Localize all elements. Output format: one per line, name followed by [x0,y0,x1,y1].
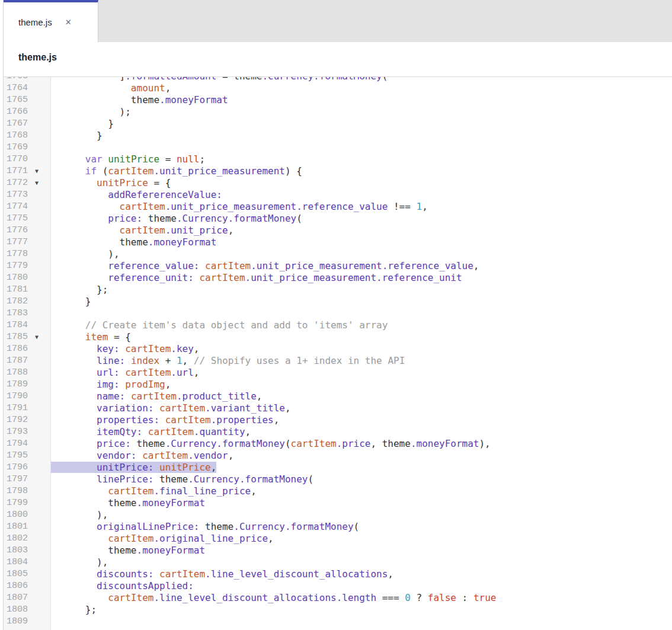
code-line[interactable]: } [51,296,672,308]
code-row[interactable]: 1794 price: theme.Currency.formatMoney(c… [4,438,672,450]
code-row[interactable]: 1801 originalLinePrice: theme.Currency.f… [4,521,672,533]
code-line[interactable]: theme.moneyFormat [51,497,672,509]
code-line[interactable]: unitPrice = { [51,177,672,189]
code-row[interactable]: 1796 unitPrice: unitPrice, [4,462,672,474]
code-line[interactable]: theme.moneyFormat [51,236,672,248]
code-line[interactable]: price: theme.Currency.formatMoney( [51,213,672,225]
code-line[interactable]: ), [51,248,672,260]
code-row[interactable]: 1808 }; [4,604,672,616]
code-row[interactable]: 1776 cartItem.unit_price, [4,225,672,236]
code-line[interactable] [51,616,672,628]
code-row[interactable]: 1772▼ unitPrice = { [4,177,672,189]
code-line[interactable]: linePrice: theme.Currency.formatMoney( [51,474,672,485]
code-line[interactable]: vendor: cartItem.vendor, [51,450,672,462]
code-row[interactable]: 1792 properties: cartItem.properties, [4,414,672,426]
code-row[interactable]: 1766 ); [4,106,672,118]
code-line[interactable]: price: theme.Currency.formatMoney(cartIt… [51,438,672,450]
code-line[interactable]: discountsApplied: [51,580,672,592]
code-line[interactable]: ), [51,509,672,521]
code-line[interactable]: name: cartItem.product_title, [51,391,672,402]
code-line[interactable]: item = { [51,331,672,343]
code-row[interactable]: 1774 cartItem.unit_price_measurement.ref… [4,201,672,213]
code-row[interactable]: 1769 [4,142,672,153]
code-line[interactable]: } [51,130,672,142]
code-row[interactable]: 1788 url: cartItem.url, [4,367,672,379]
code-line[interactable]: itemQty: cartItem.quantity, [51,426,672,438]
code-row[interactable]: 1777 theme.moneyFormat [4,236,672,248]
code-line[interactable]: url: cartItem.url, [51,367,672,379]
code-row[interactable]: 1785▼ item = { [4,331,672,343]
code-row[interactable]: 1793 itemQty: cartItem.quantity, [4,426,672,438]
code-line[interactable]: discounts: cartItem.line_level_discount_… [51,568,672,580]
code-row[interactable]: 1787 line: index + 1, // Shopify uses a … [4,355,672,367]
code-line[interactable]: key: cartItem.key, [51,343,672,355]
tab-theme-js[interactable]: theme.js ✕ [4,0,98,42]
code-row[interactable]: 1795 vendor: cartItem.vendor, [4,450,672,462]
code-row[interactable]: 1803 theme.moneyFormat [4,545,672,557]
code-line[interactable]: var unitPrice = null; [51,153,672,165]
code-row[interactable]: 1778 ), [4,248,672,260]
code-row[interactable]: 1764 amount, [4,82,672,94]
code-row[interactable]: 1802 cartItem.original_line_price, [4,533,672,545]
code-row[interactable]: 1784 // Create item's data object and ad… [4,319,672,331]
code-editor[interactable]: 1763 ].formattedAmount = theme.Currency.… [4,76,672,630]
fold-arrow-icon[interactable]: ▼ [35,168,39,175]
code-row[interactable]: 1807 cartItem.line_level_discount_alloca… [4,592,672,604]
code-line[interactable]: line: index + 1, // Shopify uses a 1+ in… [51,355,672,367]
code-row[interactable]: 1770 var unitPrice = null; [4,153,672,165]
code-row[interactable]: 1763 ].formattedAmount = theme.Currency.… [4,76,672,82]
code-line[interactable]: amount, [51,82,672,94]
code-row[interactable]: 1789 img: prodImg, [4,379,672,391]
code-line[interactable]: // Create item's data object and add to … [51,319,672,331]
code-line[interactable]: theme.moneyFormat [51,94,672,106]
code-row[interactable]: 1805 discounts: cartItem.line_level_disc… [4,568,672,580]
code-row[interactable]: 1798 cartItem.final_line_price, [4,485,672,497]
code-row[interactable]: 1797 linePrice: theme.Currency.formatMon… [4,474,672,485]
code-row[interactable]: 1775 price: theme.Currency.formatMoney( [4,213,672,225]
code-line[interactable]: }; [51,604,672,616]
code-row[interactable]: 1782 } [4,296,672,308]
code-line[interactable]: properties: cartItem.properties, [51,414,672,426]
code-line[interactable]: reference_value: cartItem.unit_price_mea… [51,260,672,272]
code-row[interactable]: 1771▼ if (cartItem.unit_price_measuremen… [4,165,672,177]
code-row[interactable]: 1790 name: cartItem.product_title, [4,391,672,402]
code-line[interactable]: cartItem.original_line_price, [51,533,672,545]
code-line[interactable]: reference_unit: cartItem.unit_price_meas… [51,272,672,284]
code-line[interactable]: cartItem.unit_price_measurement.referenc… [51,201,672,213]
code-line[interactable]: if (cartItem.unit_price_measurement) { [51,165,672,177]
code-line[interactable]: addRefererenceValue: [51,189,672,201]
code-row[interactable]: 1791 variation: cartItem.variant_title, [4,402,672,414]
code-line[interactable] [51,142,672,153]
fold-arrow-icon[interactable]: ▼ [35,180,39,187]
code-row[interactable]: 1783 [4,308,672,319]
code-row[interactable]: 1779 reference_value: cartItem.unit_pric… [4,260,672,272]
code-line[interactable] [51,308,672,319]
code-row[interactable]: 1800 ), [4,509,672,521]
code-line[interactable]: } [51,118,672,130]
code-line[interactable]: unitPrice: unitPrice, [51,462,672,474]
code-row[interactable]: 1809 [4,616,672,628]
code-row[interactable]: 1765 theme.moneyFormat [4,94,672,106]
code-row[interactable]: 1781 }; [4,284,672,296]
code-line[interactable]: }; [51,284,672,296]
code-line[interactable]: variation: cartItem.variant_title, [51,402,672,414]
code-row[interactable]: 1786 key: cartItem.key, [4,343,672,355]
code-line[interactable]: ), [51,557,672,568]
code-line[interactable]: ].formattedAmount = theme.Currency.forma… [51,76,672,82]
code-line[interactable]: img: prodImg, [51,379,672,391]
code-row[interactable]: 1804 ), [4,557,672,568]
code-line[interactable]: cartItem.unit_price, [51,225,672,236]
code-line[interactable]: originalLinePrice: theme.Currency.format… [51,521,672,533]
code-row[interactable]: 1768 } [4,130,672,142]
fold-arrow-icon[interactable]: ▼ [35,334,39,341]
code-row[interactable]: 1780 reference_unit: cartItem.unit_price… [4,272,672,284]
code-line[interactable]: cartItem.final_line_price, [51,485,672,497]
code-row[interactable]: 1806 discountsApplied: [4,580,672,592]
code-line[interactable]: cartItem.line_level_discount_allocations… [51,592,672,604]
code-row[interactable]: 1773 addRefererenceValue: [4,189,672,201]
code-row[interactable]: 1767 } [4,118,672,130]
code-row[interactable]: 1799 theme.moneyFormat [4,497,672,509]
code-line[interactable]: theme.moneyFormat [51,545,672,557]
close-icon[interactable]: ✕ [65,18,72,27]
code-line[interactable]: ); [51,106,672,118]
